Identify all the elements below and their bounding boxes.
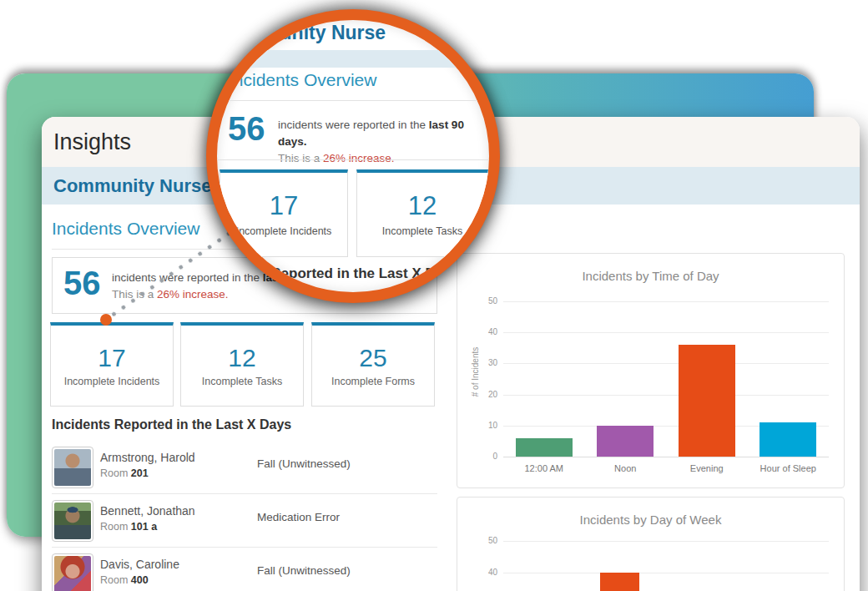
magnified-program-title: Community Nurse [220, 22, 386, 44]
section-title-incidents-overview: Incidents Overview [52, 219, 199, 239]
y-tick-label: 50 [464, 536, 497, 545]
gridline [503, 541, 829, 542]
bar-partial [600, 573, 639, 591]
bar-12-00-am [516, 438, 573, 457]
bar-evening [679, 345, 735, 457]
chart-title: Incidents by Day of Week [457, 513, 844, 527]
room-number: 400 [131, 574, 149, 586]
incident-type: Fall (Unwitnessed) [257, 457, 351, 470]
incident-row[interactable]: Armstrong, Harold Room 201 Fall (Unwitne… [52, 441, 437, 494]
magnified-incident-count: 56 [228, 110, 265, 148]
stat-card-value: 12 [181, 344, 303, 372]
magnified-program-bar [206, 50, 500, 68]
gridline [503, 573, 829, 573]
y-tick-label: 30 [464, 358, 497, 367]
room-number: 101 a [131, 521, 157, 533]
magnified-stat-card-incomplete-incidents: 17 Incomplete Incidents [220, 169, 348, 257]
incident-count: 56 [63, 265, 101, 302]
patient-name: Davis, Caroline [100, 558, 179, 571]
patient-photo [52, 500, 93, 542]
summary-line1: incidents were reported in the [112, 271, 263, 284]
gridline [503, 395, 829, 396]
y-tick-label: 40 [464, 568, 497, 577]
x-category-label: Hour of Sleep [748, 463, 830, 473]
y-tick-label: 20 [464, 390, 497, 399]
chart-title: Incidents by Time of Day [457, 269, 844, 283]
stat-card-label: Incomplete Tasks [181, 376, 303, 387]
divider [206, 159, 500, 160]
y-tick-label: 40 [464, 327, 497, 336]
patient-room: Room 201 [100, 467, 149, 479]
incident-row[interactable]: Bennett, Jonathan Room 101 a Medication … [52, 494, 437, 548]
room-number: 201 [131, 467, 149, 479]
incidents-list-heading: Incidents Reported in the Last X Days [52, 417, 291, 432]
program-bar-label: Community Nurse [53, 175, 211, 197]
chart-incidents-by-day-of-week: Incidents by Day of Week 5040 [457, 497, 845, 591]
x-category-label: Noon [585, 463, 667, 473]
bar-hour-of-sleep [760, 422, 816, 457]
patient-name: Bennett, Jonathan [100, 504, 195, 518]
incident-type: Fall (Unwitnessed) [257, 564, 351, 577]
bar-noon [597, 426, 654, 457]
incident-type: Medication Error [257, 511, 340, 523]
magnified-section-title: Incidents Overview [229, 70, 376, 90]
chart-incidents-by-time-of-day: Incidents by Time of Day # of Incidents … [457, 253, 845, 488]
page-title: Insights [53, 129, 131, 155]
gridline [503, 363, 829, 364]
insights-dashboard: Insights Community Nurse Incidents Overv… [0, 0, 868, 591]
stat-card-value: 25 [312, 344, 434, 372]
magnifier-callout-circle: Community Nurse Incidents Overview 56 in… [206, 9, 500, 303]
magnifier-origin-dot [100, 314, 112, 326]
divider [206, 100, 500, 101]
incident-row[interactable]: Davis, Caroline Room 400 Fall (Unwitness… [52, 548, 437, 591]
patient-photo [52, 447, 93, 488]
patient-room: Room 101 a [100, 521, 157, 533]
y-tick-label: 50 [464, 296, 497, 306]
stat-card-label: Incomplete Incidents [51, 376, 173, 387]
patient-room: Room 400 [100, 574, 149, 586]
x-axis-line [503, 457, 829, 457]
stat-card-incomplete-tasks[interactable]: 12 Incomplete Tasks [180, 322, 304, 407]
patient-photo [52, 553, 93, 591]
patient-name: Armstrong, Harold [100, 451, 195, 464]
stat-card-incomplete-forms[interactable]: 25 Incomplete Forms [311, 322, 435, 407]
summary-line2-highlight: 26% increase. [157, 288, 229, 301]
y-tick-label: 0 [464, 452, 497, 461]
stat-card-incomplete-incidents[interactable]: 17 Incomplete Incidents [50, 322, 174, 407]
gridline [503, 301, 829, 302]
gridline [503, 332, 829, 333]
x-category-label: Evening [666, 463, 748, 473]
x-category-label: 12:00 AM [503, 463, 585, 473]
stat-card-value: 17 [51, 344, 173, 372]
magnified-stat-card-incomplete-tasks: 12 Incomplete Tasks [356, 169, 488, 257]
stat-card-label: Incomplete Forms [312, 376, 434, 387]
y-tick-label: 10 [464, 421, 497, 430]
